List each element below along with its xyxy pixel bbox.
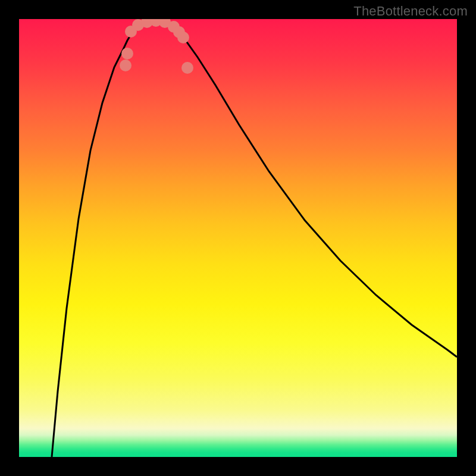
data-marker (120, 60, 131, 71)
data-marker (177, 32, 189, 43)
data-marker (181, 62, 193, 74)
watermark-text: TheBottleneck.com (353, 4, 468, 19)
data-markers (120, 19, 193, 74)
bottleneck-curve (52, 21, 457, 457)
curve-layer (19, 19, 457, 457)
plot-area (19, 19, 457, 457)
data-marker (121, 48, 133, 60)
chart-frame: TheBottleneck.com (0, 0, 476, 476)
